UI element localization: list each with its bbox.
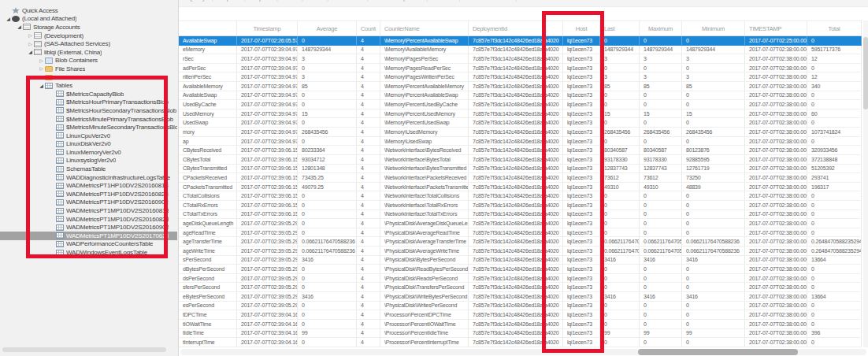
table-row[interactable]: AvailableSwap2017-07-07T02:26:05.578Z04\…: [179, 36, 862, 46]
column-header-total[interactable]: Total: [807, 21, 862, 35]
column-header-host[interactable]: Host: [563, 21, 600, 35]
column-header-timestamp[interactable]: Timestamp: [237, 21, 298, 35]
sidebar-item-metricsminuteprimarytransactionsblob[interactable]: $MetricsMinutePrimaryTransactionsBlob: [0, 115, 177, 124]
table-row[interactable]: dsPerSecond2017-07-07T02:39:05.294Z04\Ph…: [179, 274, 862, 284]
sidebar-item-metricshourprimarytransactionsblob[interactable]: $MetricsHourPrimaryTransactionsBlob: [0, 98, 177, 107]
sidebar-item-linuxdiskver2v0[interactable]: LinuxDiskVer2v0: [0, 140, 177, 149]
sidebar-item-wadmetricspt1hp10dv2s20160813[interactable]: WADMetricsPT1HP10DV2S20160813: [0, 181, 177, 190]
sidebar-item-wadmetricspt1mp10dv2s20160823[interactable]: WADMetricsPT1MP10DV2S20160823: [0, 215, 177, 224]
sidebar-item-storage-accounts[interactable]: ◢Storage Accounts: [0, 23, 177, 32]
column-header-maximum[interactable]: Maximum: [640, 21, 682, 35]
toolbar-button-delete[interactable]: Delete: [432, 0, 454, 2]
toolbar-button-refresh[interactable]: Refresh: [521, 0, 547, 2]
tree-expander-expanded-icon[interactable]: ◢: [27, 50, 34, 54]
toolbar-button-select-all[interactable]: Select All: [333, 0, 362, 2]
table-row[interactable]: tIdleTime2017-07-07T02:39:04.168Z994\Pro…: [179, 329, 862, 339]
table-row[interactable]: UsedByCache2017-07-07T02:39:04.976Z04\Me…: [179, 100, 862, 109]
toolbar-button-query[interactable]: Query: [187, 0, 207, 2]
table-row[interactable]: tInterruptTime2017-07-07T02:39:04.168Z04…: [179, 338, 862, 347]
table-row[interactable]: tIOWaitTime2017-07-07T02:39:04.167Z04\Pr…: [179, 320, 862, 329]
tree-expander-collapsed-icon[interactable]: ▷: [27, 33, 34, 38]
cell-maximum: 0: [640, 219, 682, 228]
table-row[interactable]: eBytesPerSecond2017-07-07T02:39:05.294Z3…: [179, 292, 862, 302]
sidebar-item-linuxsyslogver2v0[interactable]: LinuxsyslogVer2v0: [0, 157, 177, 165]
column-header-deployment-id[interactable]: DeploymentId: [469, 21, 563, 35]
column-header-minimum[interactable]: Minimum: [682, 21, 745, 35]
table-row[interactable]: CPacketsReceived2017-07-07T02:39:06.151Z…: [179, 173, 862, 183]
table-row[interactable]: adPerSec2017-07-07T02:39:04.976Z04\Memor…: [179, 64, 862, 73]
sidebar-item-linuxcpuver2v0[interactable]: LinuxCpuVer2v0: [0, 132, 177, 140]
sidebar-item-wadmetricspt1hp10dv2s20160823[interactable]: WADMetricsPT1HP10DV2S20160823: [0, 190, 177, 198]
column-header-timestamp-caps[interactable]: TIMESTAMP: [745, 21, 807, 35]
sidebar-item-wadwindowseventlogstable[interactable]: WADWindowsEventLogsTable: [0, 248, 177, 257]
table-row[interactable]: AvailableMemory2017-07-07T02:39:04.976Z8…: [179, 82, 862, 91]
column-header-count[interactable]: Count: [357, 21, 380, 35]
column-header-counter-name[interactable]: CounterName: [380, 21, 469, 35]
sidebar-item-hidden[interactable]: ▷: [0, 73, 177, 82]
table-row[interactable]: AvailableSwap2017-07-07T02:39:04.976Z04\…: [179, 91, 862, 101]
toolbar-button-import[interactable]: Import: [218, 0, 239, 2]
sidebar-item-file-shares[interactable]: ▷File Shares: [0, 65, 177, 73]
sidebar-item-metricshoursecondarytransactionsblob[interactable]: $MetricsHourSecondaryTransactionsBlob: [0, 106, 177, 115]
tree-expander-collapsed-icon[interactable]: ▷: [27, 42, 34, 46]
sidebar-horizontal-scrollbar[interactable]: [2, 347, 166, 352]
table-row[interactable]: CTotalTxErrors2017-07-07T02:39:06.151Z04…: [179, 210, 862, 220]
column-header-last[interactable]: Last: [600, 21, 640, 35]
tree-expander-collapsed-icon[interactable]: ▷: [38, 75, 45, 80]
table-row[interactable]: UsedSwap2017-07-07T02:39:04.976Z04\Memor…: [179, 118, 862, 128]
table-row[interactable]: tDPCTime2017-07-07T02:39:04.168Z04\Proce…: [179, 310, 862, 320]
table-row[interactable]: esPerSecond2017-07-07T02:39:05.294Z04\Ph…: [179, 302, 862, 311]
table-row[interactable]: CPacketsTransmitted2017-07-07T02:39:06.1…: [179, 183, 862, 192]
toolbar-button-table-statistics[interactable]: Table Statistics: [466, 0, 510, 2]
sidebar-item-tables[interactable]: ◢Tables: [0, 81, 177, 90]
tree-expander-collapsed-icon[interactable]: ▷: [38, 66, 45, 71]
table-vertical-scrollbar-thumb[interactable]: [863, 37, 868, 109]
column-header-rowkey[interactable]: [179, 21, 237, 35]
sidebar-item-schemastable[interactable]: SchemasTable: [0, 165, 177, 173]
table-horizontal-scrollbar-thumb[interactable]: [638, 349, 798, 355]
sidebar-item-wadmetricspt1mp10dv2s20160813[interactable]: WADMetricsPT1MP10DV2S20160813: [0, 206, 177, 215]
sidebar-item-blob-containers[interactable]: ▷Blob Containers: [0, 57, 177, 65]
table-row[interactable]: CBytesTransmitted2017-07-07T02:39:06.151…: [179, 165, 862, 174]
table-row[interactable]: CBytesReceived2017-07-07T02:39:06.151Z80…: [179, 146, 862, 155]
sidebar-item-wadmetricspt1mp10dv2s20170629[interactable]: WADMetricsPT1MP10DV2S20170629: [0, 232, 177, 240]
sidebar-item-wadmetricspt1mp10dv2s20160902[interactable]: WADMetricsPT1MP10DV2S20160902: [0, 223, 177, 232]
table-row[interactable]: eMemory2017-07-07T02:39:04.976Z148792934…: [179, 46, 862, 55]
cell-last: 3416: [600, 292, 640, 301]
tree-expander-collapsed-icon[interactable]: ▷: [38, 58, 45, 63]
table-row[interactable]: ageWriteTime2017-07-07T02:39:05.294Z0.06…: [179, 247, 862, 256]
toolbar-button-add[interactable]: Add: [283, 0, 297, 2]
sidebar-item-liblqi-external-china[interactable]: ◢liblqi (External, China): [0, 48, 177, 57]
tree-expander-expanded-icon[interactable]: ◢: [16, 24, 23, 29]
sidebar-item-wadperformancecounterstable[interactable]: WADPerformanceCountersTable: [0, 240, 177, 249]
table-row[interactable]: rSec2017-07-07T02:39:04.976Z34\Memory\Pa…: [179, 54, 862, 64]
table-row[interactable]: ageTransferTime2017-07-07T02:39:05.294Z0…: [179, 237, 862, 247]
table-row[interactable]: ageReadTime2017-07-07T02:39:05.294Z04\Ph…: [179, 228, 862, 238]
table-row[interactable]: sfersPerSecond2017-07-07T02:39:05.294Z04…: [179, 283, 862, 292]
table-row[interactable]: sPerSecond2017-07-07T02:39:05.294Z34164\…: [179, 256, 862, 265]
sidebar-item-metricscapacityblob[interactable]: $MetricsCapacityBlob: [0, 90, 177, 98]
table-row[interactable]: ap2017-07-07T02:39:04.976Z04\Memory\Used…: [179, 137, 862, 146]
table-row[interactable]: ageDiskQueueLength2017-07-07T02:39:05.29…: [179, 219, 862, 228]
sidebar-item-local-and-attached[interactable]: ◢(Local and Attached): [0, 15, 177, 24]
tree-expander-expanded-icon[interactable]: ◢: [5, 17, 12, 21]
sidebar-item-quick-access[interactable]: Quick Access: [0, 6, 177, 15]
sidebar-item-waddiagnosticinfrastructurelogstable[interactable]: WADDiagnosticInfrastructureLogsTable: [0, 173, 177, 182]
sidebar-item-wadmetricspt1hp10dv2s20160902[interactable]: WADMetricsPT1HP10DV2S20160902: [0, 198, 177, 207]
table-row[interactable]: CTotalCollisions2017-07-07T02:39:06.151Z…: [179, 191, 862, 201]
sidebar-item-sas-attached-services[interactable]: ▷(SAS-Attached Services): [0, 39, 177, 48]
table-row[interactable]: CTotalRxErrors2017-07-07T02:39:06.151Z04…: [179, 201, 862, 210]
sidebar-item-metricsminutesecondarytransactionsblob[interactable]: $MetricsMinuteSecondaryTransactionsBlob: [0, 123, 177, 132]
table-row[interactable]: CBytesTotal2017-07-07T02:39:06.151Z93034…: [179, 155, 862, 165]
sidebar-item-development[interactable]: ▷(Development): [0, 32, 177, 40]
sidebar-item-linuxmemoryver2v0[interactable]: LinuxMemoryVer2v0: [0, 148, 177, 157]
tree-expander-expanded-icon[interactable]: ◢: [38, 83, 45, 88]
table-row[interactable]: dBytesPerSecond2017-07-07T02:39:05.294Z0…: [179, 265, 862, 274]
toolbar-button-edit[interactable]: Edit: [308, 0, 322, 2]
table-row[interactable]: mory2017-07-07T02:39:04.976Z2684354564\M…: [179, 128, 862, 137]
table-row[interactable]: rittenPerSec2017-07-07T02:39:04.976Z34\M…: [179, 72, 862, 82]
toolbar-button-column-options[interactable]: Column Options: [373, 0, 421, 2]
column-header-average[interactable]: Average: [298, 21, 357, 35]
toolbar-button-export[interactable]: Export: [250, 0, 272, 2]
table-row[interactable]: UsedMemory2017-07-07T02:39:04.976Z154\Me…: [179, 109, 862, 119]
